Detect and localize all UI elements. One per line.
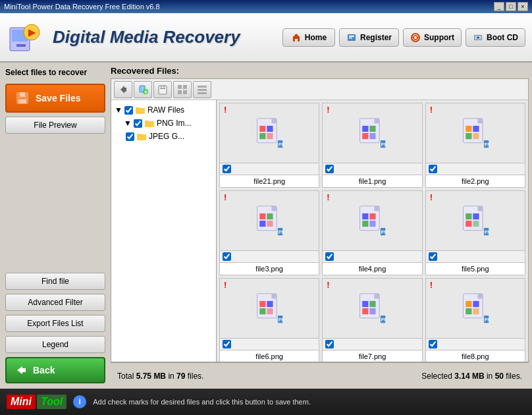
svg-rect-85 [370,221,376,227]
grid-item[interactable]: ! PNG file4.png [322,190,422,275]
grid-item-footer [426,338,525,350]
tree-expand-raw: ▼ [115,105,122,115]
tree-item-png[interactable]: ▼ PNG Im... [115,117,213,130]
svg-rect-112 [370,308,376,314]
toolbar-grid-button[interactable] [173,81,192,98]
close-button[interactable]: × [518,2,528,11]
svg-text:PNG: PNG [279,230,284,235]
save-files-button[interactable]: Save Files [5,84,105,113]
grid-item[interactable]: ! PNG file2.png [425,103,525,188]
header: ▶ Digital Media Recovery Home Register [0,13,532,63]
grid-item[interactable]: ! PNG file6.png [219,278,319,362]
grid-item[interactable]: ! PNG file7.png [322,278,422,362]
svg-rect-63 [478,119,483,123]
file-checkbox[interactable] [325,252,334,261]
file-checkbox[interactable] [325,165,334,173]
tree-checkbox-jpeg[interactable] [126,132,134,141]
file-name: file3.png [220,262,319,275]
file-icon: PNG [255,292,284,324]
grid-area[interactable]: ! PNG file21.png ! [217,100,528,362]
svg-rect-20 [21,368,26,372]
file-preview: PNG [323,279,421,338]
svg-rect-35 [198,89,207,91]
grid-item[interactable]: ! PNG file1.png [322,103,422,188]
toolbar-add-button[interactable]: + [134,81,152,98]
find-file-button[interactable]: Find file [5,273,105,290]
svg-rect-76 [267,221,273,227]
svg-rect-117 [478,294,483,298]
file-checkbox[interactable] [429,340,437,348]
advanced-filter-button[interactable]: Advanced Filter [5,294,105,311]
grid-item-footer [220,163,319,175]
grid-item[interactable]: ! PNG file5.png [425,190,525,275]
svg-rect-84 [363,221,369,227]
back-button[interactable]: Back [5,357,105,383]
toolbar-back-button[interactable] [114,81,132,98]
warning-indicator: ! [430,192,433,202]
home-button[interactable]: Home [282,28,335,47]
logo-area: ▶ Digital Media Recovery [7,18,282,57]
file-icon: PNG [358,205,386,236]
file-checkbox[interactable] [325,340,334,348]
file-tree: ▼ RAW Files ▼ PNG Im... [111,100,217,362]
minimize-button[interactable]: _ [494,2,504,11]
tree-label-jpeg: JPEG G... [149,132,184,141]
main-container: Select files to recover Save Files File … [0,63,532,389]
toolbar: + [111,79,528,100]
logo-tool: Tool [41,396,63,407]
toolbar-remove-button[interactable] [153,81,172,98]
svg-rect-54 [375,119,379,123]
grid-item[interactable]: ! PNG file3.png [219,190,319,275]
svg-rect-34 [198,86,207,88]
tree-checkbox-raw[interactable] [124,106,133,115]
svg-rect-33 [183,90,187,94]
svg-text:PNG: PNG [485,318,490,322]
svg-rect-48 [259,133,265,139]
tree-item-jpeg[interactable]: JPEG G... [115,130,213,143]
status-left: Total 5.75 MB in 79 files. [117,372,421,381]
svg-rect-57 [363,133,369,139]
file-checkbox[interactable] [223,165,231,173]
tree-item-raw[interactable]: ▼ RAW Files [115,103,213,117]
logo-icon: ▶ [7,18,46,57]
warning-indicator: ! [224,192,226,202]
info-icon: i [73,395,86,408]
file-checkbox[interactable] [223,340,231,348]
file-icon: PNG [358,292,386,324]
toolbar-list-button[interactable] [193,81,211,98]
file-preview-button[interactable]: File Preview [5,117,105,134]
warning-indicator: ! [327,105,329,115]
svg-text:PNG: PNG [381,230,386,235]
file-checkbox[interactable] [429,252,437,261]
svg-rect-82 [363,213,369,219]
grid-item[interactable]: ! PNG file21.png [219,103,319,188]
svg-rect-121 [473,308,479,314]
svg-rect-65 [473,126,479,132]
svg-rect-32 [178,90,182,94]
tree-checkbox-png[interactable] [134,119,142,128]
content-inner: + ▼ RAW Fi [111,78,529,362]
file-checkbox[interactable] [223,252,231,261]
register-button[interactable]: Register [339,28,399,47]
file-icon: PNG [255,205,284,236]
svg-rect-111 [363,308,369,314]
folder-icon-jpeg [136,131,147,142]
bootcd-button[interactable]: Boot CD [466,28,525,47]
file-preview: PNG [323,103,421,163]
svg-point-15 [477,36,479,38]
svg-rect-22 [123,88,126,92]
svg-rect-36 [198,92,207,94]
grid-item[interactable]: ! PNG file8.png [425,278,525,362]
title-bar-buttons: _ □ × [494,2,528,11]
svg-rect-64 [466,126,471,132]
logo-mini: Mini [11,396,32,407]
svg-rect-40 [145,121,149,123]
legend-button[interactable]: Legend [5,336,105,353]
svg-rect-46 [259,126,265,132]
support-button[interactable]: Support [403,28,462,47]
file-checkbox[interactable] [429,165,437,173]
export-files-button[interactable]: Export Files List [5,315,105,332]
svg-rect-83 [370,213,376,219]
svg-rect-73 [259,213,265,219]
maximize-button[interactable]: □ [506,2,516,11]
